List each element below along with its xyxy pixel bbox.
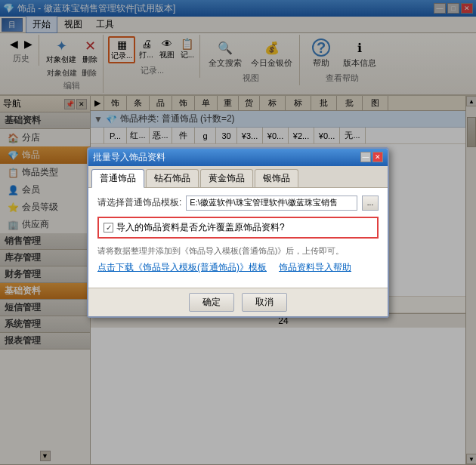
tab-gold-jewelry[interactable]: 黄金饰品 — [200, 169, 253, 187]
import-help-link[interactable]: 饰品资料导入帮助 — [279, 261, 351, 274]
modal-body: 请选择普通饰品模板: ... ✓ 导入的饰品资料是否允许覆盖原饰品资料? 请将数… — [88, 188, 388, 288]
modal-overlay: 批量导入饰品资料 — ✕ 普通饰品 钻石饰品 黄金饰品 银饰品 请选择普通饰品模… — [0, 0, 476, 465]
tab-diamond-jewelry[interactable]: 钻石饰品 — [146, 169, 199, 187]
browse-button[interactable]: ... — [362, 196, 379, 211]
modal-title-bar: 批量导入饰品资料 — ✕ — [88, 149, 388, 166]
modal-dialog: 批量导入饰品资料 — ✕ 普通饰品 钻石饰品 黄金饰品 银饰品 请选择普通饰品模… — [87, 147, 389, 319]
template-input[interactable] — [186, 196, 357, 211]
modal-title-controls: — ✕ — [360, 152, 383, 162]
download-template-link[interactable]: 点击下载《饰品导入模板(普通饰品)》模板 — [97, 261, 267, 274]
modal-links: 点击下载《饰品导入模板(普通饰品)》模板 饰品资料导入帮助 — [97, 261, 379, 274]
modal-footer: 确定 取消 — [88, 288, 388, 316]
checkbox-label: 导入的饰品资料是否允许覆盖原饰品资料? — [116, 221, 285, 234]
ok-button[interactable]: 确定 — [189, 293, 234, 312]
overwrite-checkbox[interactable]: ✓ — [104, 223, 113, 232]
modal-title: 批量导入饰品资料 — [93, 151, 165, 164]
template-label: 请选择普通饰品模板: — [97, 196, 181, 209]
checkbox-check-icon: ✓ — [106, 223, 112, 232]
modal-tabs: 普通饰品 钻石饰品 黄金饰品 银饰品 — [88, 166, 388, 188]
info-text: 请将数据整理并添加到《饰品导入模板(普通饰品)》后，上传即可。 — [97, 245, 379, 257]
modal-close-button[interactable]: ✕ — [372, 152, 383, 162]
modal-minimize-button[interactable]: — — [360, 152, 371, 162]
cancel-button[interactable]: 取消 — [242, 293, 287, 312]
checkbox-row: ✓ 导入的饰品资料是否允许覆盖原饰品资料? — [97, 217, 379, 239]
tab-normal-jewelry[interactable]: 普通饰品 — [91, 169, 144, 188]
tab-silver-jewelry[interactable]: 银饰品 — [255, 169, 298, 187]
template-row: 请选择普通饰品模板: ... — [97, 196, 379, 211]
